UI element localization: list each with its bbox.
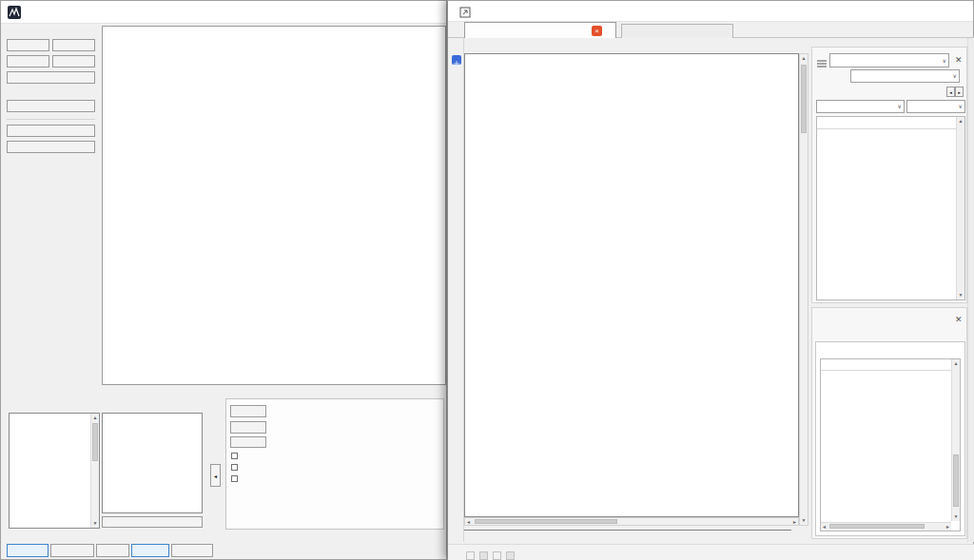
close-panel-icon[interactable]: ✕ <box>955 316 963 324</box>
no-filtering-button[interactable] <box>7 544 49 557</box>
close-panel-icon[interactable]: ✕ <box>955 56 963 65</box>
checkbox-icon <box>231 475 238 482</box>
phase-panel: ∨ ✕ ∨ ◂ ▸ ∨ ∨ ▲▼ <box>811 47 967 303</box>
classification-table[interactable]: ▲▼ ◄ ► <box>820 358 961 531</box>
save-to-file-button[interactable] <box>7 141 95 153</box>
spectrum-tools-app-icon <box>8 6 21 19</box>
metric-dropdown[interactable]: ∨ <box>816 100 905 113</box>
spectrum-tools-window: ▲▼ ◂ <box>0 0 447 560</box>
toolbar-icon[interactable] <box>479 551 488 560</box>
work-titlebar[interactable] <box>448 1 973 22</box>
categorizer-dropdown[interactable]: ∨ <box>850 69 960 83</box>
viewer-vscrollbar[interactable]: ▲▼ <box>799 53 808 526</box>
phase-table-scrollbar[interactable]: ▲▼ <box>956 117 964 299</box>
sum-peaks-checkbox[interactable] <box>231 453 241 459</box>
sidebar-divider <box>7 119 95 120</box>
collapse-panel-button[interactable]: ◂ <box>210 464 221 487</box>
checkbox-icon <box>231 464 238 471</box>
tab-empty-report[interactable] <box>621 24 733 38</box>
viewer-hscrollbar[interactable]: ◄ ► <box>464 517 799 526</box>
work-app-icon <box>459 5 471 16</box>
abundance-dropdown[interactable]: ∨ <box>906 100 965 113</box>
spectrum-tools-titlebar[interactable] <box>1 1 446 24</box>
particle-viewer-canvas[interactable] <box>464 53 799 517</box>
menu-icon[interactable] <box>816 55 828 65</box>
minor-lines-checkbox[interactable] <box>231 475 241 482</box>
phase-table[interactable]: ▲▼ <box>816 116 965 300</box>
work-window: × ▲▼ ◄ ► <box>447 0 974 560</box>
filter-by-name-button[interactable] <box>50 544 94 557</box>
esc-peaks-checkbox[interactable] <box>231 464 241 471</box>
spectrum-plot <box>103 27 445 384</box>
toolbar-icon[interactable] <box>506 551 515 560</box>
spectrum-chart[interactable] <box>102 26 446 385</box>
viewer-tool-icon[interactable] <box>452 55 461 65</box>
zoom-1-1-button[interactable] <box>7 100 95 112</box>
close-tab-icon[interactable]: × <box>592 26 602 36</box>
classification-content: ▲▼ ◄ ► <box>815 341 965 536</box>
add-to-comparison-button[interactable] <box>102 516 203 528</box>
periodic-table <box>272 406 445 501</box>
classification-hscrollbar[interactable]: ◄ ► <box>821 522 951 531</box>
minerals-scrollbar[interactable]: ▲▼ <box>90 414 99 528</box>
clear-button[interactable] <box>230 436 266 448</box>
filter-by-chemistry-button[interactable] <box>96 544 129 557</box>
tab-particle-viewer[interactable]: × <box>464 22 616 38</box>
toolbar-icon[interactable] <box>466 551 475 560</box>
range-0-10-button[interactable] <box>52 39 95 51</box>
classification-vscrollbar[interactable]: ▲▼ <box>951 359 960 521</box>
sort-by-element-button[interactable] <box>171 544 213 557</box>
reference-spectra-listbox[interactable] <box>102 413 203 513</box>
tab-scroll-right-icon[interactable]: ▸ <box>955 87 964 97</box>
collapsed-side-strip[interactable] <box>449 38 464 542</box>
window-edge-strip <box>967 38 974 542</box>
scale-ruler <box>464 528 816 542</box>
particle-selector-dropdown[interactable]: ∨ <box>829 53 949 68</box>
range-0-20-button[interactable] <box>52 55 95 68</box>
particle-field <box>465 54 798 516</box>
segment-panel: ✕ ▲▼ ◄ ► <box>811 307 967 539</box>
desktop: ▲▼ ◂ <box>0 0 974 560</box>
identify-button[interactable] <box>230 405 266 417</box>
range-0-5-button[interactable] <box>7 39 49 51</box>
whole-range-button[interactable] <box>7 71 95 84</box>
checkbox-icon <box>231 453 238 459</box>
elements-panel <box>225 398 444 530</box>
bottom-toolbar <box>448 544 974 560</box>
copy-to-clipboard-button[interactable] <box>7 125 95 137</box>
minerals-listbox[interactable]: ▲▼ <box>9 413 100 529</box>
toolbar-icon[interactable] <box>493 551 501 560</box>
quantify-button[interactable] <box>230 421 266 434</box>
sort-by-name-button[interactable] <box>131 544 169 557</box>
range-0-15-button[interactable] <box>7 55 49 68</box>
tab-scroll-left-icon[interactable]: ◂ <box>946 87 955 97</box>
